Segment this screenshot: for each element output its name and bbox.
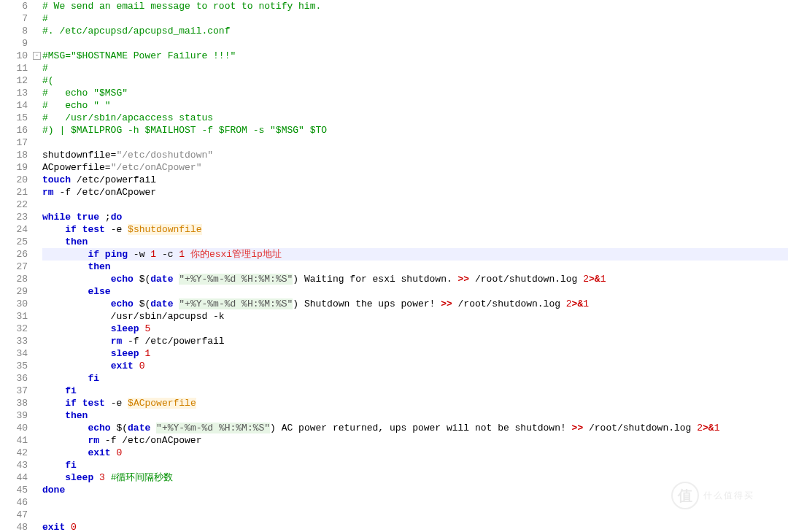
code-line[interactable]: then <box>42 261 788 273</box>
line-number: 11 <box>0 62 28 74</box>
code-line[interactable]: rm -f /etc/powerfail <box>42 335 788 347</box>
line-number: 27 <box>0 261 28 273</box>
line-number: 14 <box>0 99 28 112</box>
line-number: 43 <box>0 459 28 471</box>
line-number: 29 <box>0 285 28 298</box>
line-number: 41 <box>0 434 28 447</box>
line-number: 48 <box>0 521 28 532</box>
line-number: 45 <box>0 484 28 496</box>
line-number: 38 <box>0 397 28 409</box>
line-number: 40 <box>0 422 28 434</box>
code-line[interactable]: shutdownfile="/etc/doshutdown" <box>42 149 788 161</box>
line-number: 9 <box>0 37 28 50</box>
line-number: 18 <box>0 149 28 161</box>
line-number: 19 <box>0 161 28 174</box>
line-number: 12 <box>0 74 28 87</box>
code-line[interactable]: fi <box>42 459 788 471</box>
line-number: 35 <box>0 360 28 372</box>
code-line[interactable]: # <box>42 12 788 25</box>
line-number: 15 <box>0 112 28 124</box>
line-number: 37 <box>0 385 28 397</box>
code-line[interactable]: /usr/sbin/apcupsd -k <box>42 310 788 323</box>
code-line[interactable]: rm -f /etc/onACpower <box>42 186 788 198</box>
fold-gutter[interactable]: - <box>32 0 42 532</box>
code-line[interactable]: if ping -w 1 -c 1 你的esxi管理ip地址 <box>42 248 788 261</box>
code-area[interactable]: # We send an email message to root to no… <box>42 0 788 532</box>
line-number: 42 <box>0 447 28 459</box>
code-line[interactable]: if test -e $shutdownfile <box>42 223 788 236</box>
code-line[interactable]: #( <box>42 74 788 87</box>
code-line[interactable]: # We send an email message to root to no… <box>42 0 788 12</box>
line-number: 32 <box>0 323 28 335</box>
code-line[interactable]: #MSG="$HOSTNAME Power Failure !!!" <box>42 50 788 62</box>
watermark-text: 什么值得买 <box>703 490 754 502</box>
code-line[interactable]: # echo "$MSG" <box>42 87 788 99</box>
code-line[interactable] <box>42 198 788 211</box>
code-line[interactable]: exit 0 <box>42 521 788 532</box>
code-line[interactable]: echo $(date "+%Y-%m-%d %H:%M:%S") Shutdo… <box>42 298 788 310</box>
code-line[interactable]: #. /etc/apcupsd/apcupsd_mail.conf <box>42 25 788 37</box>
line-number: 36 <box>0 372 28 385</box>
line-number: 47 <box>0 509 28 521</box>
code-line[interactable]: #) | $MAILPROG -h $MAILHOST -f $FROM -s … <box>42 124 788 136</box>
code-line[interactable]: sleep 5 <box>42 323 788 335</box>
line-number: 10 <box>0 50 28 62</box>
line-number: 7 <box>0 12 28 25</box>
code-line[interactable]: rm -f /etc/onACpower <box>42 434 788 447</box>
line-number: 44 <box>0 471 28 484</box>
code-line[interactable]: exit 0 <box>42 447 788 459</box>
line-number: 6 <box>0 0 28 12</box>
line-number: 28 <box>0 273 28 285</box>
line-number: 33 <box>0 335 28 347</box>
code-line[interactable]: then <box>42 409 788 422</box>
code-line[interactable]: while true ;do <box>42 211 788 223</box>
line-number: 22 <box>0 198 28 211</box>
code-line[interactable]: echo $(date "+%Y-%m-%d %H:%M:%S") Waitin… <box>42 273 788 285</box>
code-line[interactable]: # echo " " <box>42 99 788 112</box>
line-number: 46 <box>0 496 28 509</box>
line-number: 24 <box>0 223 28 236</box>
code-line[interactable]: sleep 1 <box>42 347 788 360</box>
line-number: 13 <box>0 87 28 99</box>
line-number: 26 <box>0 248 28 261</box>
line-number: 30 <box>0 298 28 310</box>
code-line[interactable] <box>42 37 788 50</box>
code-editor[interactable]: 6789101112131415161718192021222324252627… <box>0 0 788 532</box>
code-line[interactable] <box>42 136 788 149</box>
line-number: 8 <box>0 25 28 37</box>
line-number: 39 <box>0 409 28 422</box>
code-line[interactable]: fi <box>42 372 788 385</box>
line-number: 16 <box>0 124 28 136</box>
code-line[interactable]: # /usr/sbin/apcaccess status <box>42 112 788 124</box>
line-number: 23 <box>0 211 28 223</box>
code-line[interactable]: echo $(date "+%Y-%m-%d %H:%M:%S") AC pow… <box>42 422 788 434</box>
code-line[interactable]: # <box>42 62 788 74</box>
code-line[interactable]: else <box>42 285 788 298</box>
line-number: 21 <box>0 186 28 198</box>
code-line[interactable]: touch /etc/powerfail <box>42 174 788 186</box>
code-line[interactable] <box>42 509 788 521</box>
code-line[interactable]: if test -e $ACpowerfile <box>42 397 788 409</box>
line-number-gutter: 6789101112131415161718192021222324252627… <box>0 0 32 532</box>
line-number: 17 <box>0 136 28 149</box>
fold-toggle-icon[interactable]: - <box>33 52 41 60</box>
watermark: 值 什么值得买 <box>671 482 754 509</box>
line-number: 34 <box>0 347 28 360</box>
line-number: 25 <box>0 236 28 248</box>
line-number: 20 <box>0 174 28 186</box>
watermark-badge: 值 <box>671 482 699 509</box>
line-number: 31 <box>0 310 28 323</box>
code-line[interactable]: ACpowerfile="/etc/onACpower" <box>42 161 788 174</box>
code-line[interactable]: fi <box>42 385 788 397</box>
code-line[interactable]: then <box>42 236 788 248</box>
code-line[interactable]: exit 0 <box>42 360 788 372</box>
